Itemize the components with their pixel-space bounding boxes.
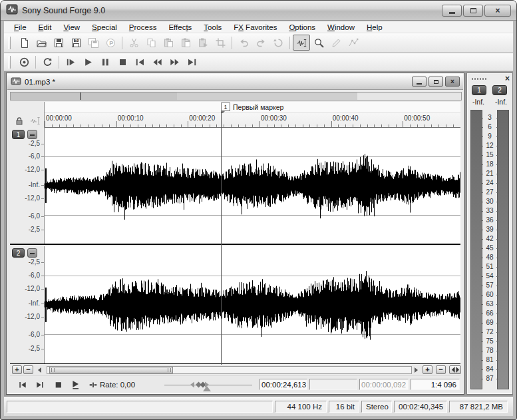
minimize-button[interactable] (442, 5, 462, 17)
menu-options[interactable]: Options (283, 22, 321, 33)
status-bit-depth[interactable]: 16 bit (329, 401, 359, 413)
lock-icon[interactable] (15, 116, 23, 128)
save-button[interactable] (50, 35, 67, 51)
meter-scale-label: 60 (483, 292, 496, 298)
channel-1-gutter: 1 -2,5-6,0-12,0-Inf.-12,0-6,0-2,5 (10, 128, 45, 244)
status-sample-rate[interactable]: 44 100 Hz (275, 401, 327, 413)
pencil-tool-button[interactable] (327, 35, 345, 51)
waveform-channel-1[interactable] (45, 128, 460, 244)
go-to-end-button[interactable] (183, 54, 200, 70)
menu-fx-favorites[interactable]: FX Favorites (228, 22, 283, 33)
selection-length-display[interactable]: 00:00:00,092 (359, 379, 409, 390)
rewind-button[interactable] (148, 54, 166, 70)
zoom-fit-button[interactable] (449, 365, 461, 374)
menu-special[interactable]: Special (86, 22, 123, 33)
save-all-button[interactable] (85, 35, 102, 51)
document-title-bar[interactable]: 01.mp3 * × (7, 74, 463, 90)
toolbar-grip[interactable] (8, 56, 11, 69)
edit-tool-icon[interactable] (30, 116, 41, 128)
stop-button[interactable] (114, 54, 131, 70)
cursor-position-display[interactable]: 00:00:24,613 (259, 379, 307, 390)
overview-view-region[interactable] (11, 93, 177, 100)
undo-button[interactable] (235, 35, 252, 51)
menu-edit[interactable]: Edit (33, 22, 58, 33)
menu-help[interactable]: Help (361, 22, 389, 33)
overview-bar[interactable] (10, 92, 462, 101)
marker-tab[interactable]: 1 (221, 103, 230, 111)
doc-stop-button[interactable] (54, 380, 64, 389)
cut-button[interactable] (125, 35, 142, 51)
channel-2-minimize-button[interactable] (27, 248, 37, 258)
channel-2-button[interactable]: 2 (12, 248, 25, 258)
waveform-canvas-1[interactable] (45, 128, 460, 244)
zoom-in-time-button[interactable]: + (12, 365, 22, 374)
doc-restore-button[interactable] (429, 77, 443, 87)
repeat-button[interactable] (269, 35, 287, 51)
minimize-icon (417, 83, 422, 85)
selection-start-display[interactable] (309, 379, 357, 390)
menu-file[interactable]: File (8, 22, 33, 33)
go-to-start-button[interactable] (131, 54, 148, 70)
menu-process[interactable]: Process (123, 22, 163, 33)
overview-cursor[interactable] (80, 93, 81, 100)
scroll-left-arrow[interactable] (38, 367, 41, 373)
doc-go-to-end-button[interactable] (35, 380, 45, 389)
menu-tools[interactable]: Tools (198, 22, 228, 33)
meter-channel-1-button[interactable]: 1 (472, 85, 486, 95)
play-all-button[interactable] (62, 54, 79, 70)
scroll-right-arrow[interactable] (415, 367, 418, 373)
doc-minimize-button[interactable] (412, 77, 427, 87)
new-file-button[interactable] (15, 35, 33, 51)
loop-playback-button[interactable] (39, 54, 56, 70)
envelope-tool-button[interactable] (345, 35, 362, 51)
ruler-minor-tick (324, 124, 325, 127)
toolbar-grip[interactable] (8, 37, 11, 49)
waveform-channel-2[interactable] (45, 246, 460, 363)
status-free-space[interactable]: 87 821,2 MB (449, 401, 508, 413)
fast-forward-button[interactable] (166, 54, 183, 70)
pause-button[interactable] (96, 54, 114, 70)
edit-tool-button[interactable] (293, 35, 310, 51)
maximize-button[interactable] (463, 5, 483, 17)
scrollbar-thumb[interactable] (49, 367, 173, 373)
panel-drag-handle[interactable] (472, 78, 488, 80)
copy-button[interactable] (142, 35, 160, 51)
trim-crop-button[interactable] (212, 35, 229, 51)
close-button[interactable]: × (484, 5, 511, 17)
time-ruler[interactable]: 00:00:0000:00:1000:00:2000:00:3000:00:40… (45, 113, 460, 128)
meter-scale-label: 27 (483, 189, 496, 196)
menu-view[interactable]: View (57, 22, 86, 33)
marker-bar[interactable]: 1 Первый маркер (45, 102, 460, 113)
status-channel-mode[interactable]: Stereo (361, 401, 392, 413)
redo-button[interactable] (252, 35, 269, 51)
menu-window[interactable]: Window (321, 22, 361, 33)
meter-channel-2-button[interactable]: 2 (492, 85, 507, 95)
paste-button[interactable] (160, 35, 177, 51)
horizontal-scrollbar[interactable] (47, 366, 412, 374)
meters-close-button[interactable]: × (505, 74, 510, 83)
doc-close-button[interactable]: × (445, 77, 460, 87)
save-as-button[interactable]: ? (67, 35, 85, 51)
channel-1-button[interactable]: 1 (12, 130, 25, 139)
waveform-canvas-2[interactable] (45, 246, 460, 363)
channel-1-minimize-button[interactable] (27, 130, 37, 139)
doc-go-to-start-button[interactable] (18, 380, 28, 389)
doc-event-tool-button[interactable] (88, 380, 98, 389)
status-length[interactable]: 00:02:40,345 (394, 401, 447, 413)
zoom-ratio-display[interactable]: 1:4 096 (411, 379, 460, 390)
publish-button[interactable]: P (102, 35, 119, 51)
zoom-out-button[interactable]: − (436, 365, 446, 374)
rate-slider-marker[interactable] (203, 386, 211, 391)
menu-effects[interactable]: Effects (162, 22, 198, 33)
paste-to-new-button[interactable] (177, 35, 194, 51)
db-scale-label: -2,5 (29, 226, 40, 233)
open-file-button[interactable] (33, 35, 50, 51)
paste-special-button[interactable] (194, 35, 212, 51)
zoom-out-time-button[interactable]: − (23, 365, 33, 374)
zoom-in-button[interactable]: + (423, 365, 432, 374)
record-button[interactable] (15, 54, 33, 70)
title-bar[interactable]: Sony Sound Forge 9.0 × (1, 1, 516, 21)
play-button[interactable] (79, 54, 96, 70)
doc-play-button[interactable] (71, 380, 81, 389)
magnify-tool-button[interactable] (310, 35, 327, 51)
